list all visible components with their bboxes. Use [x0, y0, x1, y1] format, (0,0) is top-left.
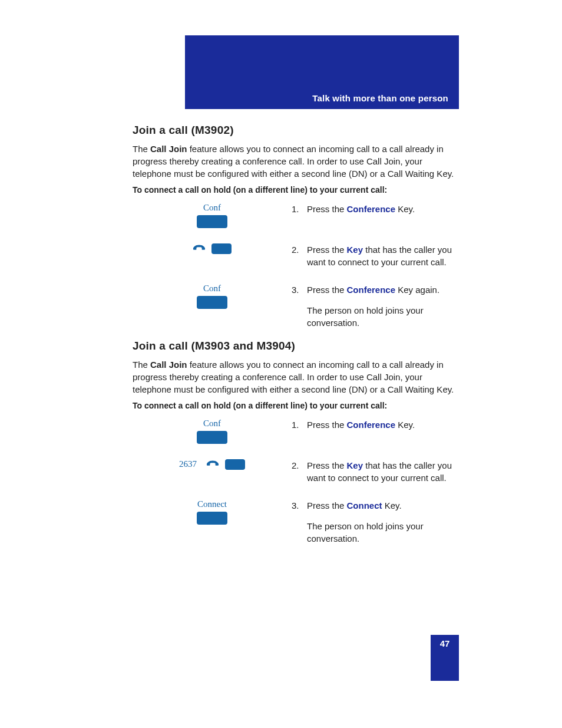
step-body: Press the Key that has the caller you wa… [307, 243, 459, 268]
section2-intro: The Call Join feature allows you to conn… [133, 358, 459, 396]
follow-text: The person on hold joins your conversati… [307, 304, 459, 329]
step-text: 3. Press the Conference Key again. [292, 284, 459, 296]
step-body: Press the Conference Key. [307, 419, 459, 444]
conf-label: Conf [203, 203, 221, 213]
t2: Key. [382, 500, 402, 510]
kw: Conference [347, 285, 396, 295]
step-num: 1. [292, 203, 307, 228]
kw: Key [347, 245, 363, 255]
section1-steps: Conf 1. Press the Conference Key. [138, 203, 459, 329]
step-text-wrap: 3. Press the Connect Key. The person on … [292, 499, 459, 545]
header-block: Talk with more than one person [185, 35, 459, 109]
step-follow: The person on hold joins your conversati… [292, 512, 459, 545]
step-figure-conf: Conf [138, 284, 286, 329]
t2: Key. [395, 204, 415, 214]
t1: Press the [307, 460, 347, 470]
step-figure-conf: Conf [138, 203, 286, 228]
content-area: Join a call (M3902) The Call Join featur… [133, 124, 459, 545]
intro-pre: The [133, 360, 150, 370]
connect-label: Connect [197, 499, 227, 509]
section1-subhead: To connect a call on hold (on a differen… [133, 185, 459, 196]
key-icon [225, 459, 245, 470]
phone-icon [193, 243, 206, 254]
spacer [292, 512, 307, 545]
section1-heading: Join a call (M3902) [133, 124, 459, 137]
t1: Press the [307, 245, 347, 255]
step-text-wrap: 3. Press the Conference Key again. The p… [292, 284, 459, 329]
step-body: Press the Connect Key. [307, 499, 459, 512]
linekey-row [193, 243, 232, 254]
step-num: 3. [292, 499, 307, 512]
step-follow: The person on hold joins your conversati… [292, 296, 459, 329]
linekey-row: 2637 [179, 459, 245, 470]
step-text: 1. Press the Conference Key. [292, 203, 459, 228]
key-icon [197, 512, 227, 525]
step-body: Press the Conference Key again. [307, 284, 459, 296]
key-icon [211, 243, 232, 254]
t1: Press the [307, 500, 347, 510]
step-figure-connect: Connect [138, 499, 286, 545]
key-icon [197, 215, 227, 228]
key-icon [197, 431, 227, 444]
intro-bold: Call Join [150, 144, 187, 154]
kw: Conference [347, 420, 396, 430]
section2-steps: Conf 1. Press the Conference Key. 2637 [138, 419, 459, 545]
t2: Key. [395, 420, 415, 430]
step-body: Press the Conference Key. [307, 203, 459, 228]
page-number-block: 47 [431, 635, 459, 681]
step-figure-linekey [138, 243, 286, 268]
kw: Conference [347, 204, 396, 214]
kw: Key [347, 460, 363, 470]
section2-subhead: To connect a call on hold (on a differen… [133, 400, 459, 411]
step-text: 1. Press the Conference Key. [292, 419, 459, 444]
spacer [292, 296, 307, 329]
phone-icon [206, 459, 219, 470]
kw: Connect [347, 500, 382, 510]
step-num: 1. [292, 419, 307, 444]
page-number: 47 [440, 638, 450, 648]
conf-label: Conf [203, 284, 221, 294]
step-body: Press the Key that has the caller you wa… [307, 459, 459, 484]
step-text: 3. Press the Connect Key. [292, 499, 459, 512]
intro-bold: Call Join [150, 360, 187, 370]
t2: Key again. [395, 285, 439, 295]
section1-intro: The Call Join feature allows you to conn… [133, 143, 459, 180]
t1: Press the [307, 204, 347, 214]
step-num: 2. [292, 243, 307, 268]
intro-pre: The [133, 144, 150, 154]
header-title: Talk with more than one person [312, 93, 448, 103]
step-num: 2. [292, 459, 307, 484]
follow-text: The person on hold joins your conversati… [307, 520, 459, 545]
conf-label: Conf [203, 419, 221, 429]
page: Talk with more than one person Join a ca… [0, 0, 562, 728]
key-icon [197, 296, 227, 309]
step-figure-linekey: 2637 [138, 459, 286, 484]
step-text: 2. Press the Key that has the caller you… [292, 243, 459, 268]
section2-heading: Join a call (M3903 and M3904) [133, 340, 459, 353]
t1: Press the [307, 285, 347, 295]
step-text: 2. Press the Key that has the caller you… [292, 459, 459, 484]
step-num: 3. [292, 284, 307, 296]
t1: Press the [307, 420, 347, 430]
step-figure-conf: Conf [138, 419, 286, 444]
line-number-label: 2637 [179, 459, 197, 469]
